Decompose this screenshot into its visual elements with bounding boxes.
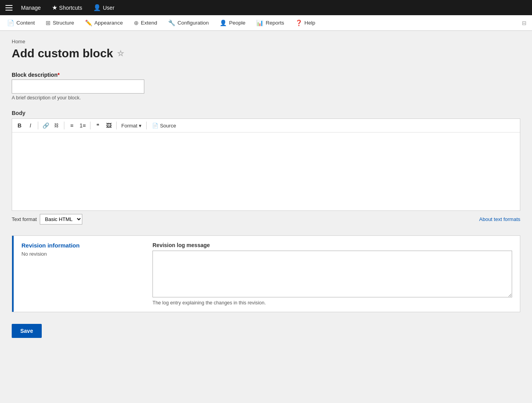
nav-extend-label: Extend (141, 20, 157, 26)
body-label: Body (12, 110, 520, 116)
manage-link[interactable]: Manage (16, 0, 46, 15)
nav-separator: ⊟ (518, 20, 530, 26)
reports-icon: 📊 (256, 19, 264, 27)
block-description-group: Block description* A brief description o… (12, 72, 520, 101)
ul-icon: ≡ (70, 122, 73, 129)
nav-config-label: Configuration (177, 20, 209, 26)
page-title: Add custom block (12, 47, 113, 60)
unlink-button[interactable]: ⛓ (51, 120, 62, 131)
revision-left: Revision information No revision (12, 236, 145, 312)
blockquote-button[interactable]: ❝ (93, 120, 103, 131)
nav-configuration[interactable]: 🔧 Configuration (163, 15, 214, 30)
block-description-input[interactable] (12, 80, 144, 94)
format-label: Format (121, 123, 137, 129)
nav-people-label: People (229, 20, 245, 26)
shortcuts-label: Shortcuts (59, 5, 82, 11)
format-dropdown[interactable]: Format ▾ (119, 122, 144, 129)
config-icon: 🔧 (168, 19, 176, 27)
user-link[interactable]: 👤 User (89, 0, 119, 15)
structure-icon: ⊞ (46, 19, 51, 27)
nav-structure[interactable]: ⊞ Structure (40, 15, 80, 30)
revision-log-label: Revision log message (153, 242, 512, 248)
shortcuts-link[interactable]: ★ Shortcuts (47, 0, 87, 15)
revision-log-hint: The log entry explaining the changes in … (153, 300, 512, 306)
extend-icon: ⊕ (134, 19, 139, 27)
bold-icon: B (18, 122, 21, 129)
about-text-formats-link[interactable]: About text formats (479, 216, 521, 222)
nav-reports-label: Reports (266, 20, 284, 26)
toolbar-sep-1 (38, 122, 38, 129)
revision-subtitle: No revision (21, 251, 137, 257)
user-icon: 👤 (93, 4, 101, 11)
toolbar-sep-2 (64, 122, 64, 129)
toolbar-sep-4 (116, 122, 117, 129)
breadcrumb: Home (12, 39, 520, 44)
nav-help-label: Help (305, 20, 316, 26)
image-button[interactable]: 🖼 (104, 120, 114, 131)
toolbar-sep-5 (146, 122, 147, 129)
page-content: Home Add custom block ☆ Block descriptio… (0, 31, 532, 403)
text-format-select[interactable]: Basic HTML Full HTML Plain text (40, 214, 82, 224)
format-arrow-icon: ▾ (139, 123, 142, 129)
text-format-row: Text format Basic HTML Full HTML Plain t… (12, 214, 520, 224)
people-icon: 👤 (220, 19, 227, 27)
link-icon: 🔗 (43, 122, 49, 129)
nav-appearance-label: Appearance (94, 20, 123, 26)
ordered-list-button[interactable]: 1≡ (78, 120, 88, 131)
link-button[interactable]: 🔗 (41, 120, 51, 131)
nav-extend[interactable]: ⊕ Extend (128, 15, 163, 30)
top-bar: Manage ★ Shortcuts 👤 User (0, 0, 532, 15)
toolbar-sep-3 (90, 122, 90, 129)
text-format-left: Text format Basic HTML Full HTML Plain t… (12, 214, 82, 224)
nav-content-label: Content (16, 20, 35, 26)
revision-right: Revision log message The log entry expla… (145, 236, 520, 312)
source-label: Source (160, 123, 176, 129)
block-description-hint: A brief description of your block. (12, 95, 520, 101)
appearance-icon: ✏️ (85, 19, 92, 27)
body-editor[interactable] (12, 133, 520, 210)
italic-button[interactable]: I (25, 120, 35, 131)
save-button[interactable]: Save (12, 324, 42, 338)
nav-people[interactable]: 👤 People (214, 15, 251, 30)
ol-icon: 1≡ (80, 122, 86, 129)
manage-label: Manage (21, 5, 41, 11)
unlink-icon: ⛓ (54, 123, 59, 128)
favorite-star-icon[interactable]: ☆ (117, 49, 124, 58)
star-icon: ★ (52, 4, 57, 11)
content-icon: 📄 (7, 19, 14, 27)
secondary-nav: 📄 Content ⊞ Structure ✏️ Appearance ⊕ Ex… (0, 15, 532, 31)
blockquote-icon: ❝ (96, 122, 99, 129)
source-button[interactable]: 📄 Source (149, 122, 179, 129)
editor-container: B I 🔗 ⛓ ≡ 1≡ ❝ (12, 118, 520, 211)
revision-section: Revision information No revision Revisio… (12, 235, 520, 312)
body-group: Body B I 🔗 ⛓ ≡ 1≡ (12, 110, 520, 224)
help-icon: ❓ (295, 19, 303, 27)
revision-title[interactable]: Revision information (21, 242, 137, 249)
source-doc-icon: 📄 (152, 123, 158, 129)
required-marker: * (57, 72, 59, 78)
nav-content[interactable]: 📄 Content (2, 15, 40, 30)
nav-structure-label: Structure (53, 20, 74, 26)
block-description-label: Block description* (12, 72, 520, 78)
bold-button[interactable]: B (14, 120, 25, 131)
user-label: User (103, 5, 115, 11)
nav-help[interactable]: ❓ Help (290, 15, 321, 30)
nav-appearance[interactable]: ✏️ Appearance (80, 15, 128, 30)
unordered-list-button[interactable]: ≡ (67, 120, 77, 131)
italic-icon: I (30, 122, 31, 129)
image-icon: 🖼 (106, 122, 112, 129)
text-format-label: Text format (12, 216, 37, 222)
revision-log-textarea[interactable] (153, 251, 512, 297)
editor-toolbar: B I 🔗 ⛓ ≡ 1≡ ❝ (12, 119, 520, 133)
nav-reports[interactable]: 📊 Reports (251, 15, 289, 30)
menu-icon[interactable] (3, 4, 15, 12)
page-title-row: Add custom block ☆ (12, 47, 520, 60)
